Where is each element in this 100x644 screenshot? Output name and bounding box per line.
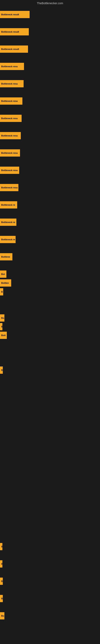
bottleneck-badge: Bottlene — [0, 253, 12, 260]
bottleneck-result-item: Bott — [0, 332, 7, 339]
bottleneck-result-item: B — [0, 578, 3, 585]
bottleneck-badge: Bottleneck re — [0, 236, 16, 243]
bottleneck-result-item: Bottlen — [0, 279, 11, 286]
bottleneck-result-item: B — [0, 288, 3, 296]
bottleneck-badge: Bott — [0, 332, 7, 339]
bottleneck-badge: B — [0, 560, 2, 568]
bottleneck-result-item: Bottlene — [0, 253, 12, 260]
bottleneck-badge: B — [0, 366, 3, 374]
bottleneck-result-item: Bottleneck resu — [0, 98, 22, 105]
bottleneck-result-item: Bottleneck result — [0, 11, 30, 18]
bottleneck-badge: B — [0, 595, 3, 602]
bottleneck-badge: Bo — [0, 612, 4, 620]
bottleneck-badge: Bottleneck re — [0, 201, 17, 208]
bottleneck-result-item: Bottleneck resu — [0, 63, 24, 70]
bottleneck-badge: Bottleneck resu — [0, 167, 19, 174]
bottleneck-badge: Bottleneck result — [0, 28, 29, 36]
bottleneck-badge: Bottleneck re — [0, 218, 16, 226]
site-title: TheBottlenecker.com — [0, 0, 100, 6]
bottleneck-result-item: Bottleneck resu — [0, 167, 19, 174]
bottleneck-result-item: Bottleneck resu — [0, 149, 20, 156]
bottleneck-result-item: Bottleneck re — [0, 218, 16, 226]
bottleneck-result-item: Bottleneck re — [0, 236, 16, 243]
bottleneck-badge: Bottleneck resu — [0, 149, 20, 156]
bottleneck-badge: Bo — [0, 314, 4, 322]
bottleneck-badge: Bottleneck resu — [0, 132, 21, 139]
bottleneck-badge: Bottleneck resu — [0, 184, 18, 191]
bottleneck-result-item: Bo — [0, 314, 4, 322]
bottleneck-badge: B — [0, 543, 2, 550]
bottleneck-badge: Bottlen — [0, 279, 11, 286]
bottleneck-badge: Bottleneck resu — [0, 80, 24, 87]
bottleneck-badge: Bottleneck resu — [0, 115, 22, 122]
bottleneck-result-item: Bottleneck resu — [0, 80, 24, 87]
bottleneck-result-item: B — [0, 366, 3, 374]
bottleneck-result-item: Bottleneck result — [0, 28, 29, 36]
bottleneck-result-item: B — [0, 560, 2, 568]
bottleneck-badge: Bottleneck result — [0, 11, 30, 18]
bottleneck-result-item: Bottleneck resu — [0, 115, 22, 122]
bottleneck-result-item: Bot — [0, 270, 6, 278]
bottleneck-badge: Bottleneck result — [0, 46, 28, 53]
bottleneck-result-item: Bottleneck re — [0, 201, 17, 208]
bottleneck-result-item: Bottleneck result — [0, 46, 28, 53]
bottleneck-badge: B — [0, 288, 3, 296]
bottleneck-badge: Bottleneck resu — [0, 63, 24, 70]
bottleneck-badge: Bottleneck resu — [0, 98, 22, 105]
bottleneck-badge: Bot — [0, 270, 6, 278]
bottleneck-result-item: B — [0, 323, 2, 330]
bottleneck-result-item: Bo — [0, 612, 4, 620]
bottleneck-badge: B — [0, 323, 2, 330]
bottleneck-badge: B — [0, 578, 3, 585]
bottleneck-result-item: B — [0, 543, 2, 550]
bottleneck-result-item: Bottleneck resu — [0, 132, 21, 139]
bottleneck-result-item: Bottleneck resu — [0, 184, 18, 191]
bottleneck-result-item: B — [0, 595, 3, 602]
